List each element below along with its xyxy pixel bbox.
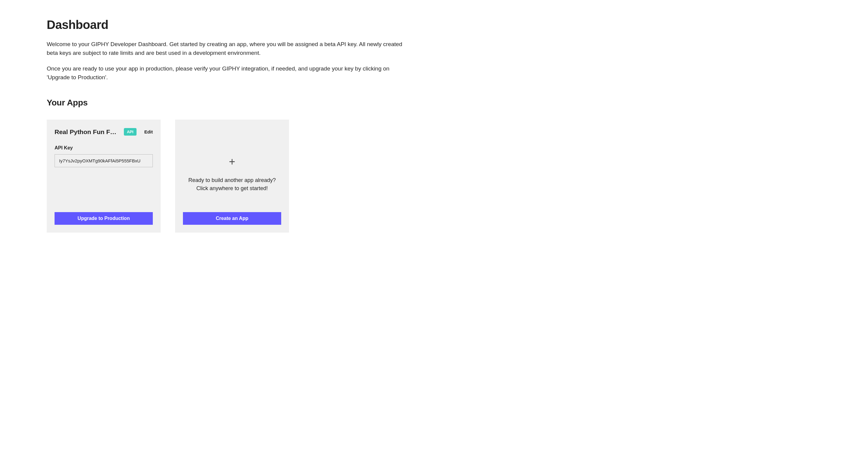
app-card: Real Python Fun Fun F… API Edit API Key … (47, 120, 161, 233)
your-apps-heading: Your Apps (47, 98, 821, 107)
intro-paragraph-2: Once you are ready to use your app in pr… (47, 64, 402, 82)
create-card-text: Ready to build another app already? Clic… (188, 176, 276, 192)
intro-paragraph-1: Welcome to your GIPHY Developer Dashboar… (47, 40, 402, 57)
plus-icon: + (229, 156, 235, 167)
api-badge: API (124, 128, 136, 135)
create-card-content: + Ready to build another app already? Cl… (183, 127, 281, 212)
create-text-line1: Ready to build another app already? (188, 177, 276, 183)
apps-grid: Real Python Fun Fun F… API Edit API Key … (47, 120, 821, 233)
api-key-label: API Key (55, 145, 153, 151)
edit-link[interactable]: Edit (144, 129, 153, 134)
api-key-field[interactable] (55, 154, 153, 167)
create-text-line2: Click anywhere to get started! (196, 185, 268, 191)
page-title: Dashboard (47, 18, 821, 32)
app-name: Real Python Fun Fun F… (55, 128, 120, 135)
create-an-app-button[interactable]: Create an App (183, 212, 281, 225)
create-app-card[interactable]: + Ready to build another app already? Cl… (175, 120, 289, 233)
upgrade-to-production-button[interactable]: Upgrade to Production (55, 212, 153, 225)
app-card-header: Real Python Fun Fun F… API Edit (55, 128, 153, 135)
